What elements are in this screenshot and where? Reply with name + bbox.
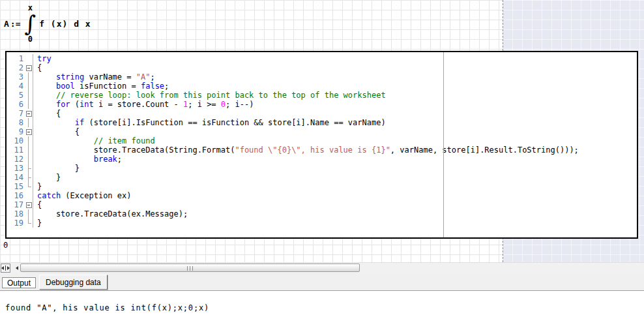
code-text: if (store[i].IsFunction == isFunction &&… — [37, 118, 386, 127]
code-text: { — [37, 63, 42, 72]
splitter-right-arrow-icon — [7, 266, 10, 270]
line-number: 3 — [7, 72, 25, 82]
code-text: bool isFunction = false; — [37, 82, 169, 91]
code-line[interactable]: 18 store.TraceData(ex.Message); — [7, 209, 637, 219]
code-text: string varName = "A"; — [37, 72, 155, 82]
code-line[interactable]: 7 { — [7, 109, 637, 118]
code-text: break; — [37, 155, 122, 164]
scrollbar-thumb[interactable] — [20, 264, 360, 272]
line-number: 10 — [7, 136, 25, 145]
fold-column — [25, 82, 33, 91]
fold-marker[interactable] — [25, 63, 33, 72]
code-text: { — [37, 127, 80, 136]
tab-debugging-data[interactable]: Debugging data — [39, 275, 108, 290]
code-text: for (int i = store.Count - 1; i >= 0; i-… — [37, 100, 254, 109]
code-text: store.TraceData(String.Format("found \"{… — [37, 145, 579, 155]
fold-column — [25, 173, 33, 182]
code-line[interactable]: 6 for (int i = store.Count - 1; i >= 0; … — [7, 100, 637, 109]
line-number: 17 — [7, 200, 25, 209]
line-number: 7 — [7, 109, 25, 118]
fold-marker[interactable] — [25, 200, 33, 209]
scroll-left-arrow-icon — [16, 266, 18, 270]
worksheet-zero-label: 0 — [3, 241, 8, 250]
line-number: 15 — [7, 182, 25, 191]
scrollbar-track[interactable] — [20, 264, 644, 273]
fold-column — [25, 100, 33, 109]
fold-column — [25, 155, 33, 164]
integral-block: x ∫ 0 — [24, 4, 36, 43]
fold-column — [25, 54, 33, 63]
splitter-bar-icon — [5, 265, 6, 271]
code-line[interactable]: 11 store.TraceData(String.Format("found … — [7, 145, 637, 155]
code-text: // reverse loop: look from this point ba… — [37, 91, 386, 100]
fold-column — [25, 145, 33, 155]
pane-splitter-handle[interactable] — [1, 264, 10, 273]
code-line[interactable]: 17{ — [7, 200, 637, 209]
code-text: } — [37, 164, 80, 173]
code-line[interactable]: 1try — [7, 54, 637, 63]
code-line[interactable]: 8 if (store[i].IsFunction == isFunction … — [7, 118, 637, 127]
code-line[interactable]: 4 bool isFunction = false; — [7, 82, 637, 91]
fold-marker[interactable] — [25, 109, 33, 118]
code-line[interactable]: 3 string varName = "A"; — [7, 72, 637, 82]
fold-marker[interactable] — [25, 127, 33, 136]
fold-column — [25, 164, 33, 173]
code-line[interactable]: 9 { — [7, 127, 637, 136]
fold-column — [25, 136, 33, 145]
code-line[interactable]: 10 // item found — [7, 136, 637, 145]
code-text: } — [37, 182, 42, 191]
code-line[interactable]: 14 } — [7, 173, 637, 182]
code-text: store.TraceData(ex.Message); — [37, 209, 188, 219]
code-line[interactable]: 16catch (Exception ex) — [7, 191, 637, 200]
output-panel: found "A", his value is int(f(x);x;0;x) — [0, 291, 644, 332]
fold-column — [25, 118, 33, 127]
fold-column — [25, 72, 33, 82]
line-number: 18 — [7, 209, 25, 219]
integrand-expression: f (x) d x — [39, 19, 91, 29]
line-number: 6 — [7, 100, 25, 109]
fold-column — [25, 91, 33, 100]
output-trace-text: found "A", his value is int(f(x);x;0;x) — [5, 303, 209, 312]
code-region[interactable]: 1try2{3 string varName = "A";4 bool isFu… — [5, 51, 638, 239]
line-number: 4 — [7, 82, 25, 91]
splitter-left-arrow-icon — [1, 266, 4, 270]
line-number: 9 — [7, 127, 25, 136]
code-text: { — [37, 200, 42, 209]
code-line[interactable]: 2{ — [7, 63, 637, 72]
line-number: 1 — [7, 54, 25, 63]
line-number: 12 — [7, 155, 25, 164]
smath-debugger-window: A := x ∫ 0 f (x) d x 0 1try2{3 string va… — [0, 0, 644, 332]
scrollbar-grip-icon — [186, 266, 194, 271]
tab-bar: OutputDebugging data — [0, 273, 644, 291]
code-text: try — [37, 54, 51, 63]
fold-column — [25, 219, 33, 228]
code-line[interactable]: 19} — [7, 219, 637, 228]
fold-column — [25, 191, 33, 200]
line-number: 14 — [7, 173, 25, 182]
tab-output[interactable]: Output — [2, 277, 36, 288]
code-line[interactable]: 5 // reverse loop: look from this point … — [7, 91, 637, 100]
assign-operator: := — [10, 19, 21, 29]
line-number: 2 — [7, 63, 25, 72]
code-line[interactable]: 12 break; — [7, 155, 637, 164]
code-line[interactable]: 13 } — [7, 164, 637, 173]
line-number: 5 — [7, 91, 25, 100]
integral-glyph: ∫ — [24, 12, 36, 35]
line-number: 8 — [7, 118, 25, 127]
formula-region[interactable]: A := x ∫ 0 f (x) d x — [4, 4, 91, 43]
fold-column — [25, 209, 33, 219]
code-lines: 1try2{3 string varName = "A";4 bool isFu… — [7, 52, 637, 237]
line-number: 13 — [7, 164, 25, 173]
formula-variable: A — [4, 19, 9, 29]
line-number: 16 — [7, 191, 25, 200]
code-text: { — [37, 109, 61, 118]
code-line[interactable]: 15} — [7, 182, 637, 191]
fold-column — [25, 182, 33, 191]
line-number: 11 — [7, 145, 25, 155]
code-text: // item found — [37, 136, 155, 145]
integral-lower-limit: 0 — [28, 35, 33, 43]
code-text: } — [37, 219, 42, 228]
line-number: 19 — [7, 219, 25, 228]
code-text: catch (Exception ex) — [37, 191, 132, 200]
horizontal-scrollbar — [0, 262, 644, 273]
